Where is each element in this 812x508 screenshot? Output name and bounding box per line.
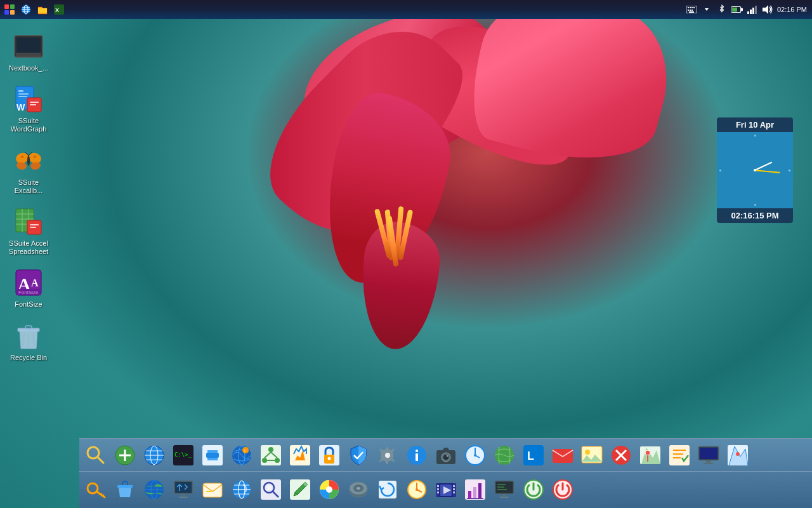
svg-point-109 <box>474 454 476 457</box>
dock-rotate-icon[interactable] <box>374 476 402 504</box>
svg-rect-27 <box>755 6 757 14</box>
file-explorer-button[interactable] <box>36 3 49 17</box>
svg-rect-141 <box>175 482 192 493</box>
dock-key-icon[interactable] <box>82 476 110 504</box>
dock-bucket-icon[interactable] <box>111 476 139 504</box>
dock-shield-icon[interactable] <box>344 441 372 469</box>
desktop-icon-fontsize[interactable]: A A FontSize FontSize <box>3 265 54 311</box>
dock-mail2-icon[interactable] <box>549 441 577 469</box>
dock-camera-icon[interactable] <box>432 441 460 469</box>
dock-power-on-icon[interactable] <box>520 476 547 504</box>
excel-button[interactable]: X <box>52 3 66 17</box>
dock-add-icon[interactable] <box>111 441 139 469</box>
svg-rect-56 <box>30 224 39 225</box>
desktop-icon-excalib[interactable]: SSuiteExcalib... <box>3 143 54 197</box>
recycle-bin-label: Recycle Bin <box>10 354 47 362</box>
clock-dot-3 <box>789 170 790 171</box>
dock-tools-icon[interactable] <box>199 441 226 469</box>
svg-point-44 <box>27 156 30 166</box>
calendar-time: 02:16:15 PM <box>717 208 793 223</box>
dock-browser-icon[interactable] <box>140 441 168 469</box>
recycle-bin-icon <box>13 321 44 351</box>
desktop-icon-recycle-bin[interactable]: Recycle Bin <box>3 318 54 364</box>
ie-button[interactable] <box>19 3 33 17</box>
dock-network-icon[interactable] <box>257 441 285 469</box>
bg-petal-4 <box>459 0 683 181</box>
desktop-icon-accel[interactable]: SSuite AccelSpreadsheet <box>3 204 54 258</box>
svg-rect-26 <box>752 8 754 14</box>
dock-chart-icon[interactable] <box>461 476 489 504</box>
svg-point-105 <box>447 455 449 457</box>
volume-icon[interactable] <box>762 4 773 15</box>
desktop-icon-wordgraph[interactable]: W SSuiteWordGraph <box>3 81 54 136</box>
nextbook-icon-img <box>13 31 44 62</box>
dock-info-icon[interactable] <box>403 441 431 469</box>
systray-expand-icon[interactable] <box>701 4 712 15</box>
svg-point-131 <box>736 452 740 456</box>
svg-rect-19 <box>689 11 694 13</box>
dock-ie-icon[interactable] <box>228 476 256 504</box>
svg-text:W: W <box>16 102 25 112</box>
svg-rect-101 <box>416 453 418 461</box>
dock-monitor2-icon[interactable] <box>169 476 197 504</box>
dock-cmd-icon[interactable]: C:\>_ <box>169 441 197 469</box>
dock-search-icon[interactable] <box>82 441 110 469</box>
svg-rect-2 <box>4 10 9 15</box>
svg-rect-176 <box>453 488 455 490</box>
taskbar-top-left: X <box>0 3 66 17</box>
dock-delete-icon[interactable] <box>607 441 635 469</box>
dock-settings-icon[interactable] <box>374 441 402 469</box>
dock-filmstrip-icon[interactable] <box>432 476 460 504</box>
svg-rect-129 <box>704 463 714 464</box>
dock-monitor3-icon[interactable] <box>490 476 518 504</box>
dock-earth2-icon[interactable] <box>140 476 168 504</box>
svg-marker-20 <box>705 8 709 11</box>
dock-map-icon[interactable] <box>636 441 664 469</box>
svg-rect-183 <box>478 483 481 498</box>
dock-map2-icon[interactable] <box>724 441 752 469</box>
svg-point-42 <box>16 161 28 171</box>
accel-icon-img <box>13 206 44 237</box>
dock-clock2-icon[interactable] <box>403 476 431 504</box>
svg-text:FontSize: FontSize <box>18 290 39 295</box>
svg-rect-175 <box>453 485 455 487</box>
system-clock[interactable]: 02:16 PM <box>777 6 807 13</box>
dock-pen-icon[interactable] <box>286 476 314 504</box>
fontsize-icon-img: A A FontSize <box>13 267 44 298</box>
clock-center <box>754 169 756 171</box>
taskbar-systray: 02:16 PM <box>686 4 812 15</box>
dock-disk-icon[interactable] <box>344 476 372 504</box>
dock-monitor-icon[interactable] <box>695 441 723 469</box>
svg-point-96 <box>328 457 331 460</box>
dock-tools2-icon[interactable] <box>286 441 314 469</box>
dock-photo-icon[interactable] <box>578 441 606 469</box>
dock-globe3d-icon[interactable]: ! <box>228 441 256 469</box>
battery-icon <box>731 4 743 15</box>
start-button[interactable] <box>3 3 16 17</box>
dock-clock-icon[interactable] <box>461 441 489 469</box>
svg-rect-38 <box>30 102 39 103</box>
dock-magnify-icon[interactable] <box>257 476 285 504</box>
svg-rect-182 <box>473 487 476 498</box>
dock-lync-icon[interactable]: L <box>520 441 547 469</box>
fontsize-label: FontSize <box>15 300 42 309</box>
calendar-widget[interactable]: Fri 10 Apr 02:16:15 PM <box>717 117 793 223</box>
svg-line-135 <box>103 495 104 496</box>
svg-line-69 <box>98 457 103 463</box>
svg-point-163 <box>357 487 360 490</box>
dock-shutdown-icon[interactable] <box>549 476 577 504</box>
svg-rect-17 <box>690 10 691 11</box>
desktop-icon-nextbook[interactable]: Nextbook_... <box>3 29 54 75</box>
dock-colorwheel-icon[interactable] <box>315 476 343 504</box>
svg-rect-122 <box>669 445 690 465</box>
svg-point-168 <box>416 488 418 491</box>
svg-rect-187 <box>502 494 506 497</box>
excalib-label: SSuiteExcalib... <box>15 178 43 195</box>
dock-mail-icon[interactable] <box>199 476 226 504</box>
dock-lock-icon[interactable] <box>315 441 343 469</box>
svg-rect-16 <box>688 10 689 11</box>
svg-rect-188 <box>500 497 509 498</box>
svg-point-100 <box>416 450 418 452</box>
dock-tasks-icon[interactable] <box>665 441 693 469</box>
dock-earth-icon[interactable] <box>490 441 518 469</box>
